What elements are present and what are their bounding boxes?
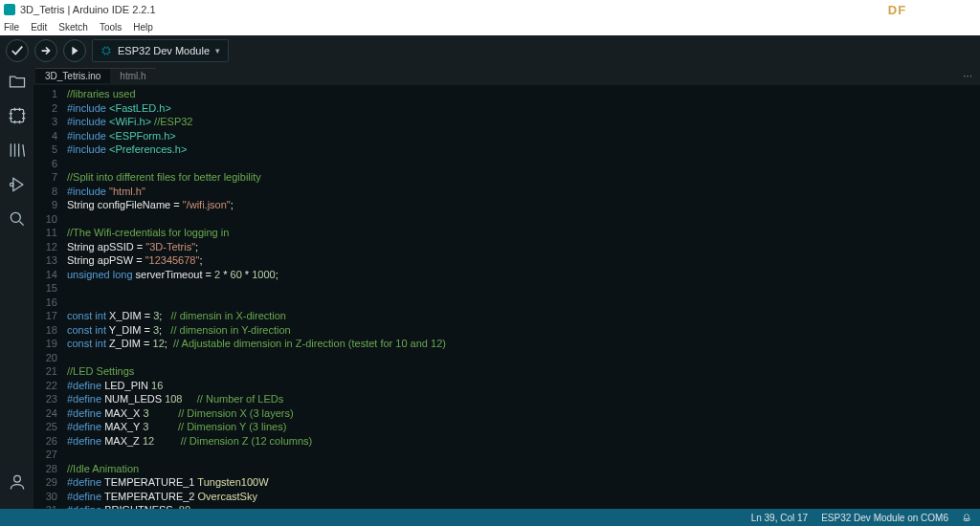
- menu-file[interactable]: File: [4, 22, 19, 33]
- main: 3D_Tetris.ino html.h ··· 123456789101112…: [0, 66, 980, 509]
- chip-icon: [100, 45, 112, 56]
- chevron-down-icon: ▾: [215, 46, 220, 55]
- title-bar: 3D_Tetris | Arduino IDE 2.2.1 DF: [0, 0, 980, 19]
- svg-point-2: [10, 183, 12, 186]
- library-manager-icon[interactable]: [8, 141, 27, 160]
- code-content[interactable]: //libraries used#include <FastLED.h>#inc…: [67, 85, 980, 509]
- window-title: 3D_Tetris | Arduino IDE 2.2.1: [20, 4, 156, 15]
- menu-sketch[interactable]: Sketch: [58, 22, 88, 33]
- svg-rect-0: [103, 48, 109, 54]
- line-gutter: 1234567891011121314151617181920212223242…: [33, 85, 67, 509]
- account-icon[interactable]: [8, 472, 27, 492]
- check-icon: [11, 44, 24, 57]
- brand-area: DF: [818, 0, 976, 19]
- cursor-position: Ln 39, Col 17: [751, 513, 809, 523]
- menu-edit[interactable]: Edit: [31, 22, 47, 33]
- toolbar: ESP32 Dev Module ▾: [0, 35, 980, 66]
- upload-button[interactable]: [34, 39, 57, 62]
- svg-point-4: [13, 475, 20, 482]
- svg-rect-1: [11, 109, 23, 121]
- arrow-right-icon: [39, 44, 53, 57]
- boards-manager-icon[interactable]: [8, 106, 27, 125]
- debug-icon[interactable]: [8, 175, 27, 194]
- menu-bar: File Edit Sketch Tools Help: [0, 19, 980, 35]
- editor: 3D_Tetris.ino html.h ··· 123456789101112…: [33, 66, 980, 509]
- menu-help[interactable]: Help: [133, 22, 153, 33]
- code-area[interactable]: 1234567891011121314151617181920212223242…: [33, 85, 980, 509]
- verify-button[interactable]: [6, 39, 29, 62]
- tabs-more-icon[interactable]: ···: [963, 69, 972, 82]
- status-board: ESP32 Dev Module on COM6: [821, 513, 948, 523]
- play-icon: [68, 44, 81, 57]
- search-icon[interactable]: [8, 209, 27, 229]
- activity-bar: [0, 66, 33, 509]
- board-selector[interactable]: ESP32 Dev Module ▾: [92, 39, 229, 62]
- tab-inactive[interactable]: html.h: [110, 68, 155, 83]
- svg-point-3: [11, 212, 20, 222]
- tab-active[interactable]: 3D_Tetris.ino: [35, 68, 110, 83]
- menu-tools[interactable]: Tools: [100, 22, 122, 33]
- folder-icon[interactable]: [8, 72, 27, 91]
- tabs: 3D_Tetris.ino html.h ···: [33, 66, 980, 85]
- brand-label: DF: [888, 3, 906, 17]
- notifications-icon[interactable]: 🕭: [962, 512, 972, 523]
- board-name: ESP32 Dev Module: [118, 45, 210, 56]
- arduino-logo-icon: [4, 4, 15, 15]
- debug-button[interactable]: [63, 39, 86, 62]
- status-bar: Ln 39, Col 17 ESP32 Dev Module on COM6 🕭: [0, 509, 980, 526]
